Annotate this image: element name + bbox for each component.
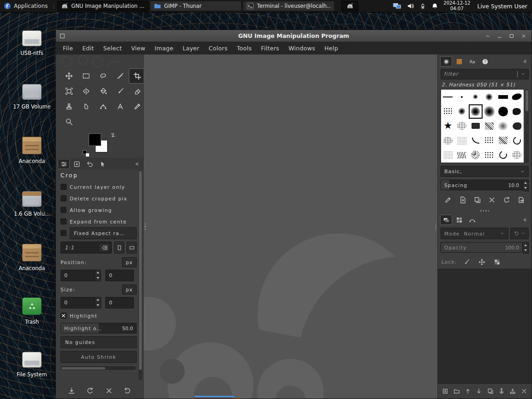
brush-cell[interactable] [469, 90, 483, 104]
left-dock-resize-handle[interactable] [145, 224, 146, 230]
guides-dropdown[interactable]: No guides [60, 336, 137, 348]
window-menu-icon[interactable] [59, 33, 66, 39]
brush-cell[interactable] [455, 104, 469, 119]
document-history-tab[interactable]: ? [479, 56, 491, 66]
patterns-tab[interactable] [453, 56, 465, 66]
menu-edit[interactable]: Edit [78, 43, 98, 54]
move-tool-button[interactable] [60, 68, 78, 84]
volume-icon[interactable] [407, 2, 414, 10]
new-group-button[interactable] [453, 388, 460, 394]
tool-options-scrollbar[interactable] [139, 170, 142, 380]
fonts-tab[interactable]: Aa [466, 56, 478, 66]
duplicate-brush-button[interactable] [474, 196, 481, 204]
brush-cell[interactable] [455, 90, 469, 104]
brush-cell[interactable] [441, 90, 455, 104]
brush-scrollbar[interactable] [525, 89, 529, 163]
brush-cell[interactable] [469, 133, 483, 148]
brush-cell[interactable] [496, 133, 510, 148]
unified-transform-tool-button[interactable] [60, 84, 78, 99]
dock-menu-button[interactable] [133, 160, 141, 168]
desktop-icon-file-system[interactable]: File System [12, 345, 52, 394]
desktop-icon-anaconda[interactable]: Anaconda [12, 237, 52, 287]
menu-view[interactable]: View [127, 43, 150, 54]
new-brush-button[interactable] [459, 196, 466, 204]
brush-cell[interactable] [441, 148, 455, 163]
text-tool-button[interactable] [112, 99, 129, 114]
free-select-tool-button[interactable] [95, 68, 112, 84]
spacing-spinner[interactable] [523, 180, 529, 191]
auto-shrink-button[interactable]: Auto Shrink [60, 351, 137, 363]
brush-cell[interactable] [441, 133, 455, 148]
default-colors-icon[interactable] [83, 150, 90, 157]
brush-cell[interactable] [483, 104, 496, 119]
layers-list[interactable] [438, 269, 532, 384]
brush-cell[interactable] [441, 104, 455, 119]
paintbrush-tool-button[interactable] [112, 84, 129, 99]
swap-colors-icon[interactable] [110, 132, 116, 138]
reset-button[interactable] [124, 387, 131, 394]
paths-tool-button[interactable] [95, 99, 112, 114]
dock-splitter[interactable] [438, 209, 532, 213]
taskbar-grip[interactable] [51, 0, 56, 12]
desktop-icon-trash[interactable]: Trash [12, 291, 52, 340]
brush-cell[interactable] [496, 104, 510, 119]
refresh-brushes-button[interactable] [503, 196, 510, 204]
delete-cropped-pix-checkbox[interactable] [60, 195, 66, 201]
brush-cell[interactable] [469, 119, 483, 133]
titlebar[interactable]: GNU Image Manipulation Program [56, 30, 532, 42]
dock-menu-button[interactable] [521, 216, 529, 224]
menu-file[interactable]: File [59, 43, 77, 54]
smudge-tool-button[interactable] [78, 99, 95, 114]
brush-cell[interactable] [510, 148, 524, 163]
zoom-tool-button[interactable] [60, 114, 78, 129]
fixed-aspect-ra-button[interactable]: Fixed Aspect ra… [70, 227, 137, 239]
brush-filter-input[interactable]: filter [441, 69, 529, 79]
brush-cell[interactable] [510, 119, 524, 133]
menu-image[interactable]: Image [151, 43, 178, 54]
menu-filters[interactable]: Filters [257, 43, 284, 54]
brush-cell[interactable] [496, 148, 510, 163]
brush-cell[interactable]: ★ [441, 119, 455, 133]
clone-tool-button[interactable] [60, 99, 78, 114]
desktop-icon-1-6-gb-volu[interactable]: 1.6 GB Volu... [12, 184, 52, 233]
channels-tab[interactable] [453, 215, 465, 225]
size-height-input[interactable]: 0 [105, 297, 134, 308]
position-y-input[interactable]: 0 [105, 270, 134, 281]
clock[interactable]: 2024-12-12 04:07 [443, 0, 470, 12]
mode-switch-button[interactable] [510, 228, 529, 239]
brush-cell[interactable] [455, 133, 469, 148]
brush-cell[interactable] [483, 90, 496, 104]
rectangle-select-tool-button[interactable] [78, 68, 95, 84]
merge-layer-button[interactable] [509, 388, 516, 394]
color-selector[interactable] [88, 133, 112, 156]
desktop-icon-usb-ntfs[interactable]: USB-ntfs [12, 23, 52, 73]
user-menu[interactable]: Live System User [475, 3, 527, 10]
taskbar-window-button-folder[interactable]: GIMP - Thunar [150, 1, 242, 11]
brush-cell[interactable] [455, 148, 469, 163]
brush-cell[interactable] [496, 90, 510, 104]
foreground-color-swatch[interactable] [89, 133, 101, 146]
lock-alpha-button[interactable] [491, 257, 502, 267]
brush-cell[interactable] [510, 133, 524, 148]
opacity-spinner[interactable] [523, 242, 529, 254]
brush-cell[interactable] [469, 104, 483, 119]
revert-button[interactable] [86, 387, 94, 394]
taskbar-window-button-terminal[interactable]: Terminal - liveuser@localh... [243, 1, 334, 11]
menu-tools[interactable]: Tools [233, 43, 256, 54]
lock-pixels-button[interactable] [461, 257, 472, 267]
applications-menu-button[interactable]: Applications [0, 0, 51, 12]
measure-tool-button[interactable] [112, 68, 129, 84]
dock-menu-button[interactable] [521, 57, 529, 66]
allow-growing-checkbox[interactable] [60, 207, 66, 213]
save-button[interactable] [68, 387, 75, 394]
minimize-button[interactable] [495, 31, 504, 40]
brush-cell[interactable] [469, 148, 483, 163]
aspect-ratio-input[interactable]: 1:1 [60, 242, 112, 254]
pointer-tab[interactable] [97, 159, 109, 169]
menu-windows[interactable]: Windows [284, 43, 320, 54]
delete-brush-button[interactable] [488, 196, 496, 204]
brush-cell[interactable] [510, 104, 524, 119]
desktop-icon-anaconda[interactable]: Anaconda [12, 130, 52, 180]
device-status-tab[interactable] [71, 159, 83, 169]
brush-cell[interactable] [483, 119, 496, 133]
